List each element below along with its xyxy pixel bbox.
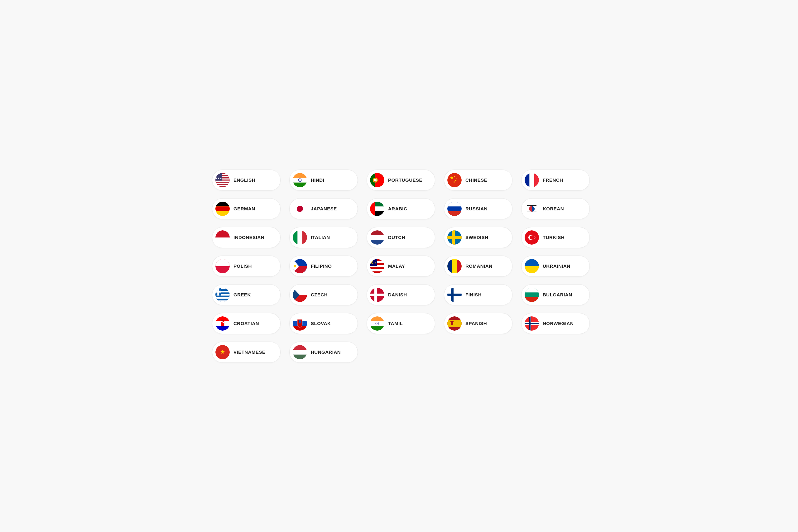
- svg-rect-7: [215, 183, 230, 184]
- language-grid: ★★★ ENGLISH HINDI PORTUGUESE ★ ★ ★ ★ ★ C…: [212, 170, 586, 363]
- language-button-korean[interactable]: KOREAN: [521, 198, 590, 220]
- language-name-polish: POLISH: [233, 263, 252, 269]
- svg-rect-149: [525, 297, 539, 302]
- flag-swedish: [447, 230, 462, 245]
- svg-rect-105: [370, 271, 384, 273]
- language-button-spanish[interactable]: SPANISH: [444, 313, 512, 334]
- svg-rect-51: [370, 202, 375, 216]
- flag-norwegian: [525, 316, 539, 331]
- flag-greek: [215, 288, 230, 302]
- language-button-filipino[interactable]: ☀ FILIPINO: [289, 255, 358, 277]
- svg-text:★: ★: [220, 349, 225, 355]
- svg-rect-113: [447, 259, 452, 273]
- flag-russian: [447, 202, 462, 216]
- language-button-bulgarian[interactable]: BULGARIAN: [521, 284, 590, 305]
- language-name-indonesian: INDONESIAN: [233, 235, 264, 240]
- language-button-hindi[interactable]: HINDI: [289, 170, 358, 191]
- language-button-croatian[interactable]: CROATIAN: [212, 313, 281, 334]
- flag-romanian: [447, 259, 462, 273]
- language-button-chinese[interactable]: ★ ★ ★ ★ ★ CHINESE: [444, 170, 512, 191]
- flag-hindi: [293, 173, 307, 187]
- language-name-vietnamese: VIETNAMESE: [233, 349, 266, 355]
- language-name-bulgarian: BULGARIAN: [543, 292, 572, 297]
- language-button-russian[interactable]: RUSSIAN: [444, 198, 512, 220]
- svg-rect-41: [215, 206, 230, 211]
- svg-rect-122: [215, 288, 230, 289]
- svg-rect-172: [370, 316, 384, 321]
- svg-text:★: ★: [374, 262, 376, 264]
- language-name-dutch: DUTCH: [388, 235, 405, 240]
- language-button-polish[interactable]: POLISH: [212, 255, 281, 277]
- svg-rect-197: [293, 354, 307, 359]
- svg-rect-118: [525, 259, 539, 266]
- svg-text:☀: ☀: [293, 265, 296, 267]
- language-button-german[interactable]: GERMAN: [212, 198, 281, 220]
- flag-arabic: [370, 202, 384, 216]
- flag-malay: ★: [370, 259, 384, 273]
- svg-rect-168: [299, 320, 301, 323]
- language-button-turkish[interactable]: ☽ TURKISH: [521, 227, 590, 248]
- flag-german: [215, 202, 230, 216]
- language-button-greek[interactable]: GREEK: [212, 284, 281, 305]
- flag-chinese: ★ ★ ★ ★ ★: [447, 173, 462, 187]
- language-name-filipino: FILIPINO: [311, 263, 332, 269]
- svg-point-45: [297, 206, 303, 212]
- language-name-finish: FINISH: [466, 292, 481, 297]
- language-name-italian: ITALIAN: [311, 235, 330, 240]
- language-button-english[interactable]: ★★★ ENGLISH: [212, 170, 281, 191]
- language-button-slovak[interactable]: SLOVAK: [289, 313, 358, 334]
- flag-turkish: ☽: [525, 230, 539, 245]
- language-button-french[interactable]: FRENCH: [521, 170, 590, 191]
- language-button-vietnamese[interactable]: ★ VIETNAMESE: [212, 342, 281, 363]
- svg-rect-114: [457, 259, 462, 273]
- language-button-hungarian[interactable]: HUNGARIAN: [289, 342, 358, 363]
- language-name-german: GERMAN: [233, 206, 255, 211]
- svg-point-175: [377, 323, 378, 324]
- language-name-czech: CZECH: [311, 292, 328, 297]
- language-button-finish[interactable]: FINISH: [444, 284, 512, 305]
- language-button-danish[interactable]: DANISH: [366, 284, 435, 305]
- language-button-dutch[interactable]: DUTCH: [366, 227, 435, 248]
- flag-french: [525, 173, 539, 187]
- svg-rect-159: [221, 322, 223, 323]
- svg-point-17: [300, 180, 300, 180]
- language-button-swedish[interactable]: SWEDISH: [444, 227, 512, 248]
- language-name-slovak: SLOVAK: [311, 321, 331, 326]
- language-button-indonesian[interactable]: INDONESIAN: [212, 227, 281, 248]
- language-name-norwegian: NORWEGIAN: [543, 321, 573, 326]
- language-name-turkish: TURKISH: [543, 235, 565, 240]
- language-name-french: FRENCH: [543, 177, 563, 183]
- language-button-malay[interactable]: ★ MALAY: [366, 255, 435, 277]
- flag-ukrainian: [525, 259, 539, 273]
- language-button-ukrainian[interactable]: UKRAINIAN: [521, 255, 590, 277]
- language-button-arabic[interactable]: ARABIC: [366, 198, 435, 220]
- flag-dutch: [370, 230, 384, 245]
- flag-korean: [525, 202, 539, 216]
- flag-slovak: [293, 316, 307, 331]
- language-button-italian[interactable]: ITALIAN: [289, 227, 358, 248]
- language-name-english: ENGLISH: [233, 177, 255, 183]
- svg-rect-158: [223, 321, 224, 322]
- language-button-czech[interactable]: CZECH: [289, 284, 358, 305]
- language-button-norwegian[interactable]: NORWEGIAN: [521, 313, 590, 334]
- svg-rect-8: [215, 185, 230, 186]
- language-name-swedish: SWEDISH: [466, 235, 489, 240]
- language-name-chinese: CHINESE: [466, 177, 487, 183]
- language-button-romanian[interactable]: ROMANIAN: [444, 255, 512, 277]
- svg-rect-35: [525, 173, 529, 187]
- svg-rect-15: [293, 182, 307, 187]
- language-name-russian: RUSSIAN: [466, 206, 488, 211]
- svg-rect-173: [370, 326, 384, 330]
- svg-rect-66: [215, 230, 230, 238]
- language-name-japanese: JAPANESE: [311, 206, 337, 211]
- svg-rect-71: [302, 230, 307, 245]
- flag-danish: [370, 288, 384, 302]
- flag-tamil: [370, 316, 384, 331]
- flag-indonesian: [215, 230, 230, 245]
- language-button-tamil[interactable]: TAMIL: [366, 313, 435, 334]
- language-button-japanese[interactable]: JAPANESE: [289, 198, 358, 220]
- svg-rect-70: [293, 230, 297, 245]
- language-button-portuguese[interactable]: PORTUGUESE: [366, 170, 435, 191]
- svg-rect-129: [215, 290, 221, 292]
- language-name-greek: GREEK: [233, 292, 251, 297]
